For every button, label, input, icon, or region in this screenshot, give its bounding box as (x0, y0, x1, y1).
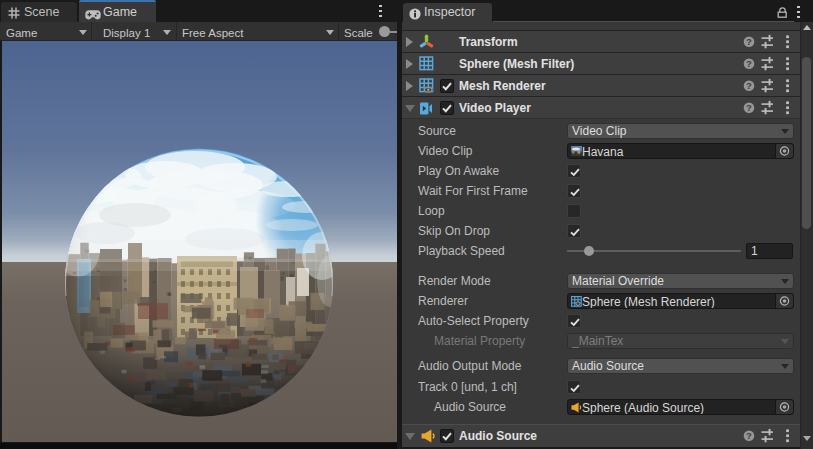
svg-text:?: ? (746, 102, 752, 113)
svg-text:?: ? (746, 430, 752, 441)
svg-text:?: ? (746, 58, 752, 69)
svg-text:?: ? (746, 36, 752, 47)
svg-text:?: ? (746, 80, 752, 91)
